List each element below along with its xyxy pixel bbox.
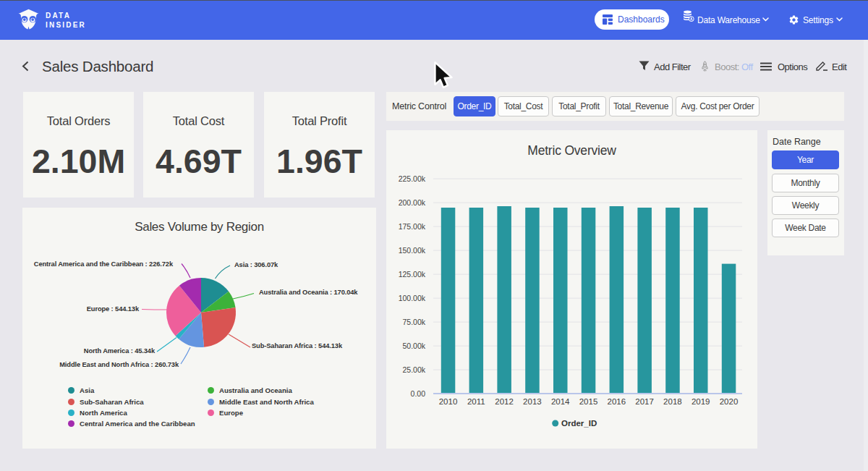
svg-text:2010: 2010 [439,397,458,406]
svg-text:2020: 2020 [720,397,739,406]
svg-text:2016: 2016 [608,397,626,406]
svg-text:175.00k: 175.00k [399,222,426,231]
svg-text:2011: 2011 [467,397,485,406]
svg-text:2018: 2018 [663,397,682,406]
svg-text:100.00k: 100.00k [399,294,426,302]
svg-text:25.00k: 25.00k [402,365,425,374]
svg-text:0.00: 0.00 [411,389,426,398]
svg-text:2015: 2015 [579,397,598,406]
svg-text:150.00k: 150.00k [399,246,426,255]
svg-text:200.00k: 200.00k [399,198,426,207]
svg-text:2017: 2017 [635,397,654,406]
svg-text:2013: 2013 [523,397,542,406]
svg-text:2012: 2012 [495,397,514,406]
svg-text:75.00k: 75.00k [402,318,425,326]
svg-text:225.00k: 225.00k [399,174,426,183]
svg-text:2019: 2019 [692,397,710,406]
svg-text:Order_ID: Order_ID [561,419,597,428]
svg-text:2014: 2014 [551,397,570,406]
svg-text:125.00k: 125.00k [399,270,426,279]
svg-text:50.00k: 50.00k [402,341,425,350]
